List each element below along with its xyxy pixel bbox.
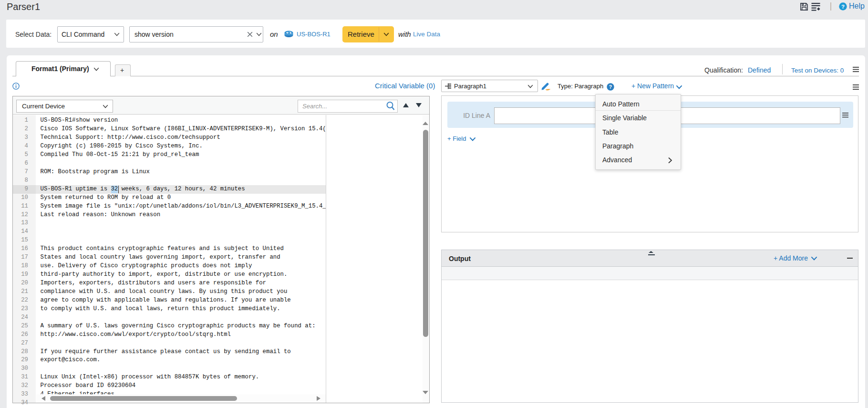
svg-text:?: ?: [841, 4, 845, 10]
svg-text:?: ?: [609, 84, 612, 90]
